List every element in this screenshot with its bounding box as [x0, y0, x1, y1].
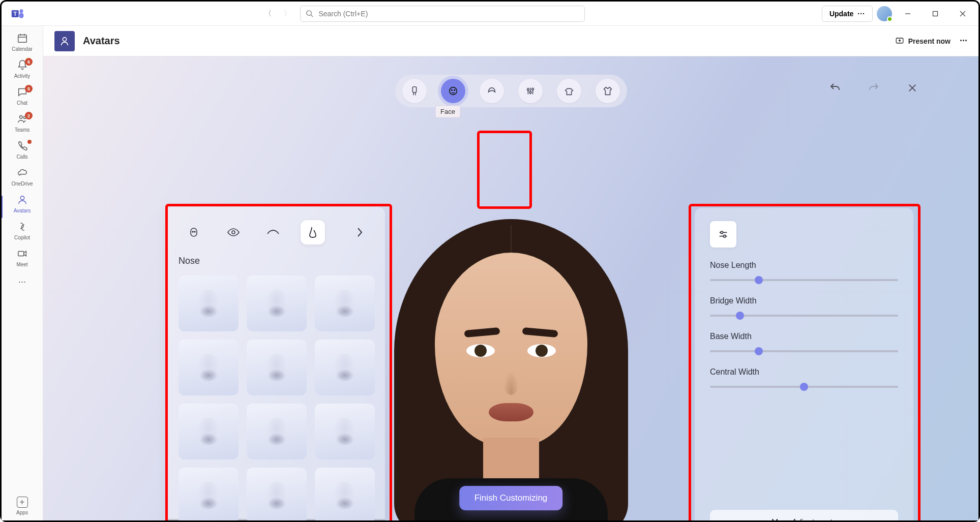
- plus-icon: +: [17, 497, 28, 508]
- adjustments-panel: Nose LengthBridge WidthBase WidthCentral…: [695, 208, 913, 520]
- face-tab-head[interactable]: [182, 220, 206, 244]
- rail-label: Copilot: [14, 235, 30, 240]
- rail-more-button[interactable]: ···: [18, 271, 26, 292]
- rail-copilot[interactable]: Copilot: [2, 218, 43, 243]
- nose-option[interactable]: [247, 340, 307, 395]
- search-box[interactable]: [300, 6, 585, 22]
- share-screen-icon: [895, 37, 904, 46]
- finish-customizing-button[interactable]: Finish Customizing: [459, 486, 563, 510]
- svg-text:T: T: [14, 10, 17, 16]
- rail-apps[interactable]: + Apps: [2, 492, 43, 520]
- calls-notification-dot: [27, 140, 32, 144]
- slider-nose-length: Nose Length: [710, 261, 898, 281]
- nose-option[interactable]: [179, 340, 239, 395]
- slider-thumb[interactable]: [736, 312, 744, 320]
- svg-point-30: [529, 91, 531, 94]
- category-face-button[interactable]: [441, 79, 465, 103]
- category-appearance-button[interactable]: [518, 79, 543, 103]
- svg-point-24: [451, 89, 452, 90]
- face-tab-nose[interactable]: [301, 220, 325, 244]
- nose-option[interactable]: [179, 468, 239, 520]
- calendar-icon: [16, 32, 28, 44]
- update-button[interactable]: Update ···: [822, 6, 873, 22]
- nose-option[interactable]: [247, 275, 307, 331]
- sliders-icon: [710, 221, 736, 248]
- rail-teams[interactable]: 2 Teams: [2, 110, 43, 136]
- svg-rect-3: [19, 13, 24, 18]
- slider-bridge-width: Bridge Width: [710, 296, 898, 317]
- rail-onedrive[interactable]: OneDrive: [2, 164, 43, 190]
- nose-option[interactable]: [315, 340, 375, 395]
- present-now-button[interactable]: Present now: [895, 37, 951, 46]
- nose-option[interactable]: [315, 275, 375, 331]
- search-input[interactable]: [318, 10, 579, 18]
- rail-chat[interactable]: 5 Chat: [2, 83, 43, 109]
- svg-point-14: [19, 116, 22, 119]
- category-clothing-button[interactable]: [596, 79, 620, 103]
- category-body-button[interactable]: [402, 79, 427, 103]
- undo-button[interactable]: [828, 81, 842, 95]
- nose-option[interactable]: [247, 468, 307, 520]
- nose-option-grid: [179, 275, 372, 520]
- nose-option[interactable]: [179, 404, 239, 459]
- slider-thumb[interactable]: [755, 347, 763, 355]
- window-maximize-button[interactable]: [924, 6, 947, 22]
- presence-available-icon: [887, 16, 893, 22]
- category-wardrobe-button[interactable]: [557, 79, 581, 103]
- rail-label: Activity: [14, 73, 31, 79]
- nav-forward-button[interactable]: 〉: [281, 7, 294, 20]
- svg-rect-34: [191, 228, 197, 236]
- rail-calendar[interactable]: Calendar: [2, 29, 43, 55]
- window-minimize-button[interactable]: [896, 6, 919, 22]
- nose-option[interactable]: [179, 275, 239, 331]
- svg-point-31: [531, 88, 533, 90]
- copilot-icon: [16, 221, 28, 233]
- window-close-button[interactable]: [951, 6, 974, 22]
- avatars-app-tile-icon: [54, 31, 75, 51]
- slider-thumb[interactable]: [800, 383, 808, 391]
- rail-activity[interactable]: 6 Activity: [2, 56, 43, 82]
- category-hair-button[interactable]: [480, 79, 504, 103]
- rail-avatars[interactable]: Avatars: [2, 191, 43, 217]
- redo-button[interactable]: [867, 81, 881, 95]
- slider-label: Bridge Width: [710, 296, 898, 305]
- svg-rect-7: [933, 11, 938, 16]
- rail-meet[interactable]: Meet: [2, 244, 43, 270]
- more-icon: ···: [857, 10, 865, 18]
- rail-label: Meet: [16, 262, 27, 267]
- nose-option[interactable]: [315, 404, 375, 459]
- more-adjustments-button[interactable]: More Adjustments: [710, 510, 898, 520]
- nav-back-button[interactable]: 〈: [261, 7, 275, 20]
- svg-point-23: [449, 87, 457, 95]
- header-more-button[interactable]: ···: [960, 36, 967, 46]
- chat-badge: 5: [25, 85, 33, 93]
- rail-label: Calendar: [12, 46, 33, 52]
- slider-track[interactable]: [710, 315, 898, 317]
- slider-track[interactable]: [710, 386, 898, 388]
- face-tab-eyes[interactable]: [221, 220, 246, 244]
- rail-label: OneDrive: [11, 181, 33, 187]
- video-icon: [16, 248, 28, 260]
- face-tab-next[interactable]: [347, 220, 372, 244]
- close-editor-button[interactable]: [905, 81, 919, 95]
- rail-calls[interactable]: Calls: [2, 137, 43, 163]
- nose-option[interactable]: [315, 468, 375, 520]
- update-button-label: Update: [829, 10, 853, 18]
- svg-point-16: [20, 196, 24, 200]
- rail-label: Apps: [16, 510, 28, 515]
- svg-point-29: [527, 88, 529, 90]
- svg-rect-17: [18, 251, 23, 256]
- svg-point-40: [721, 231, 723, 234]
- svg-point-37: [232, 231, 235, 234]
- slider-thumb[interactable]: [755, 276, 763, 284]
- slider-track[interactable]: [710, 279, 898, 281]
- slider-central-width: Central Width: [710, 367, 898, 388]
- face-tab-brows[interactable]: [261, 220, 285, 244]
- app-rail: Calendar 6 Activity 5 Chat 2 Teams Calls: [2, 26, 43, 520]
- user-avatar[interactable]: [877, 6, 892, 21]
- svg-line-5: [311, 15, 313, 17]
- nose-option[interactable]: [247, 404, 307, 459]
- annotation-box: [477, 131, 532, 209]
- rail-label: Calls: [16, 154, 27, 160]
- slider-track[interactable]: [710, 350, 898, 352]
